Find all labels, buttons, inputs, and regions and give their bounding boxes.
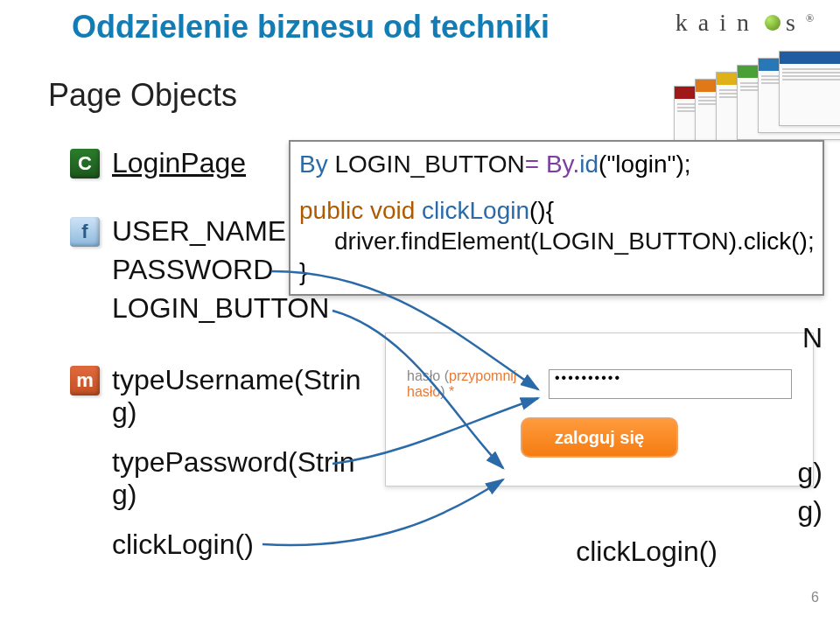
code-line-2: public void clickLogin(){ [299,195,814,226]
slide-title: Oddzielenie biznesu od techniki [72,9,550,46]
fragment-click: clickLogin() [576,536,718,568]
code-line-4: } [299,256,814,287]
fragment-g2: g) [798,495,822,528]
class-name: LoginPage [112,147,246,179]
section-heading: Page Objects [48,77,237,114]
method-click-login: clickLogin() [112,528,254,561]
password-label: hasło (przypomnij hasło) * [407,368,538,400]
logo-text-b: s® [786,9,814,37]
code-line-1: By LOGIN_BUTTON= By.id("login"); [299,149,814,179]
password-row: hasło (przypomnij hasło) * •••••••••• [407,368,792,400]
page-number: 6 [811,590,819,606]
logo-text-a: kain [676,9,760,37]
class-badge-icon: C [70,149,100,178]
logo: kain s® [676,9,814,37]
method-type-password: typePassword(String) [112,446,357,511]
login-form-mock: hasło (przypomnij hasło) * •••••••••• za… [385,332,814,486]
method-badge-icon: m [70,366,100,396]
fragment-g1: g) [798,457,822,489]
code-snippet-box: By LOGIN_BUTTON= By.id("login"); public … [289,140,824,296]
login-button[interactable]: zaloguj się [521,417,678,458]
password-input[interactable]: •••••••••• [549,369,792,399]
code-line-3: driver.findElement(LOGIN_BUTTON).click()… [299,226,814,256]
method-type-username: typeUsername(String) [112,364,357,429]
field-badge-icon: f [70,217,100,247]
fragment-n: N [802,322,822,354]
logo-dot-icon [765,15,780,31]
field-password: PASSWORD [112,254,273,286]
field-login-button: LOGIN_BUTTON [112,292,329,325]
field-user-name: USER_NAME [112,215,286,248]
